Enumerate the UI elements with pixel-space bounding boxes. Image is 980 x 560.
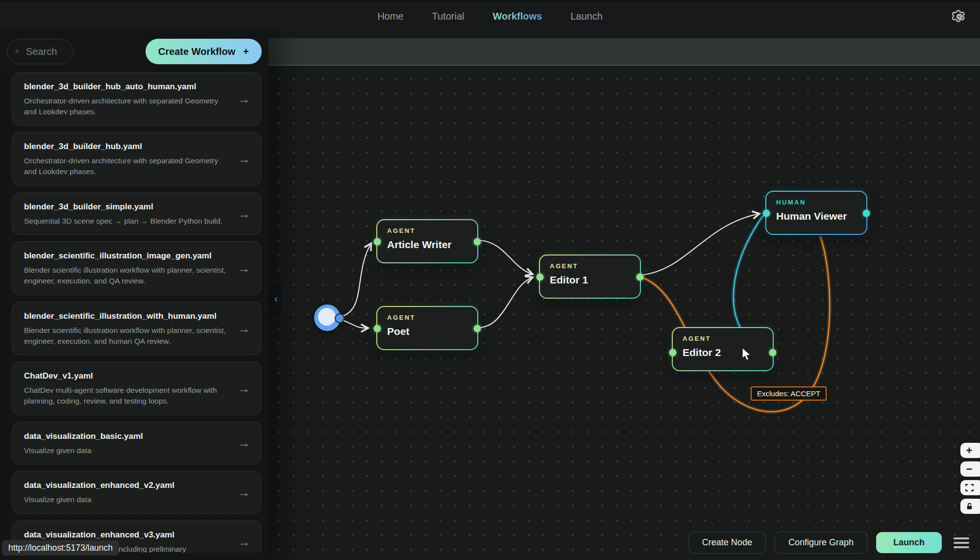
workflow-description: Visualize given data [24,445,230,456]
start-node-inner-circle [318,308,336,326]
node-title: Poet [387,326,467,337]
node-type-label: AGENT [387,227,467,234]
node-article-writer[interactable]: AGENT Article Writer [376,219,478,263]
zoom-out-button[interactable]: − [960,461,980,477]
output-port[interactable] [863,210,870,217]
workflow-list: blender_3d_builder_hub_auto_human.yaml O… [0,72,269,553]
workflow-description: Orchestrator-driven architecture with se… [24,96,230,117]
nav-item-workflows[interactable]: Workflows [492,11,542,22]
workflow-name: blender_scientific_illustration_image_ge… [24,251,230,261]
workflow-name: data_visualization_enhanced_v2.yaml [24,481,230,490]
workflow-name: blender_3d_builder_hub.yaml [24,142,230,152]
workflow-sidebar: Create Workflow + blender_3d_builder_hub… [0,30,269,560]
top-navigation: Home Tutorial Workflows Launch [0,0,980,30]
workflow-description: Blender scientific illustration workflow… [24,325,230,346]
gear-icon[interactable] [952,9,967,25]
node-editor-1[interactable]: AGENT Editor 1 [539,255,641,299]
search-icon [15,47,19,56]
create-workflow-button[interactable]: Create Workflow + [146,39,262,64]
node-title: Editor 1 [550,274,630,286]
node-editor-2[interactable]: AGENT Editor 2 [672,327,774,371]
workflow-description: Orchestrator-driven architecture with se… [24,155,230,177]
canvas-footer-actions: Create Node Configure Graph Launch [688,532,969,554]
output-port[interactable] [474,238,481,246]
node-title: Human Viewer [776,210,857,222]
nav-item-launch[interactable]: Launch [570,11,603,22]
arrow-right-icon[interactable]: → [238,206,250,221]
plus-icon: + [966,444,973,457]
node-poet[interactable]: AGENT Poet [376,306,478,350]
workflow-description: Visualize given data [24,494,230,505]
search-input[interactable] [26,46,65,57]
arrow-right-icon[interactable]: → [238,435,250,451]
workflow-list-item[interactable]: data_visualization_enhanced_v2.yaml Visu… [12,471,262,514]
workflow-list-item[interactable]: blender_scientific_illustration_with_hum… [12,302,262,355]
workflow-name: blender_scientific_illustration_with_hum… [24,311,230,321]
node-type-label: AGENT [683,335,763,342]
node-title: Article Writer [387,239,467,251]
input-port[interactable] [537,274,544,281]
fit-view-button[interactable] [960,480,980,495]
start-node-output-port[interactable] [335,313,344,323]
hamburger-menu-icon[interactable] [954,537,969,548]
workflow-list-item[interactable]: blender_3d_builder_hub.yaml Orchestrator… [12,132,262,185]
create-node-button[interactable]: Create Node [688,532,766,554]
output-port[interactable] [769,349,777,356]
node-type-label: AGENT [550,262,630,270]
sidebar-collapse-button[interactable]: ‹ [269,281,284,317]
nav-item-home[interactable]: Home [377,11,403,22]
workflow-name: blender_3d_builder_simple.yaml [24,202,230,212]
workflow-list-item[interactable]: blender_scientific_illustration_image_ge… [12,241,262,295]
arrow-right-icon[interactable]: → [238,91,250,106]
node-human-viewer[interactable]: HUMAN Human Viewer [765,191,867,235]
workflow-name: data_visualization_basic.yaml [24,432,230,441]
workflow-description: Sequential 3D scene spec → plan → Blende… [24,216,230,227]
workflow-list-item[interactable]: data_visualization_basic.yaml Visualize … [12,422,262,465]
search-box[interactable] [7,39,74,64]
output-port[interactable] [474,325,481,332]
create-workflow-label: Create Workflow [158,46,235,57]
minus-icon: − [966,463,973,476]
edge-condition-tooltip: Excludes: ACCEPT [751,386,827,401]
workflow-editor-app: AGENT Article Writer AGENT Poet AGENT Ed… [0,0,980,560]
arrow-right-icon[interactable]: → [238,321,250,336]
mouse-cursor [741,347,754,361]
workflow-list-item[interactable]: blender_3d_builder_hub_auto_human.yaml O… [12,72,262,126]
start-node[interactable] [314,305,348,331]
canvas-zoom-controls: + − [960,443,980,514]
arrow-right-icon[interactable]: → [238,534,250,549]
workflow-name: ChatDev_v1.yaml [24,371,230,381]
input-port[interactable] [763,210,770,217]
input-port[interactable] [374,325,381,332]
arrow-right-icon[interactable]: → [238,261,250,276]
launch-button[interactable]: Launch [876,532,942,553]
sidebar-header: Create Workflow + [0,30,269,64]
fit-view-icon [965,484,974,492]
workflow-list-item[interactable]: ChatDev_v1.yaml ChatDev multi-agent soft… [12,361,262,415]
arrow-right-icon[interactable]: → [238,485,250,500]
status-url: http://localhost:5173/launch [2,540,119,556]
input-port[interactable] [374,238,381,246]
configure-graph-button[interactable]: Configure Graph [775,532,867,554]
arrow-right-icon[interactable]: → [238,381,250,396]
lock-button[interactable] [960,499,980,514]
node-type-label: HUMAN [776,199,857,206]
output-port[interactable] [637,274,644,281]
workflow-name: data_visualization_enhanced_v3.yaml [24,530,230,540]
zoom-in-button[interactable]: + [960,443,980,458]
workflow-list-item[interactable]: blender_3d_builder_simple.yaml Sequentia… [12,192,262,235]
chevron-left-icon: ‹ [274,293,278,305]
plus-icon: + [243,46,249,57]
workflow-name: blender_3d_builder_hub_auto_human.yaml [24,82,230,92]
node-type-label: AGENT [387,314,467,321]
nav-item-tutorial[interactable]: Tutorial [432,11,465,22]
workflow-description: ChatDev multi-agent software development… [24,385,230,406]
input-port[interactable] [669,349,677,356]
lock-icon [966,503,973,510]
arrow-right-icon[interactable]: → [238,152,250,167]
workflow-description: Blender scientific illustration workflow… [24,265,230,286]
